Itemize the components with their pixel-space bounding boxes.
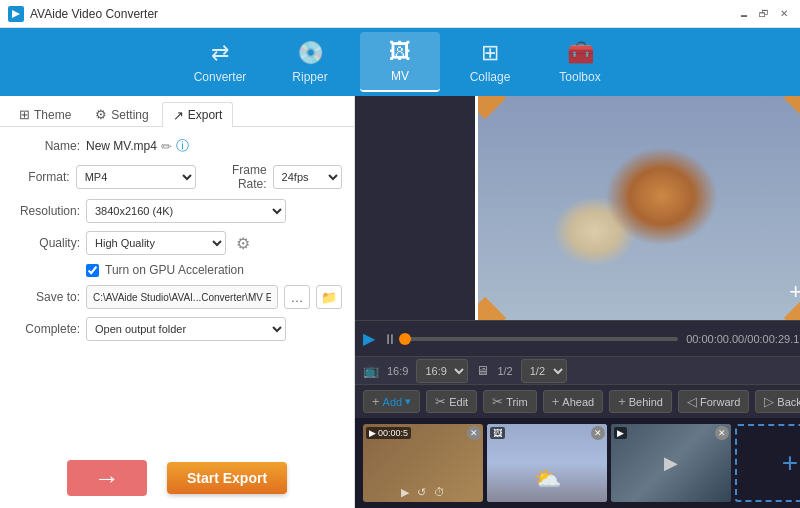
ahead-icon: +	[552, 394, 560, 409]
clip-1-timer-icon[interactable]: ⏱	[434, 486, 445, 499]
nav-tab-toolbox[interactable]: 🧰 Toolbox	[540, 32, 620, 92]
clip-1-play-icon[interactable]: ▶	[401, 486, 409, 499]
sub-tab-export[interactable]: ↗ Export	[162, 102, 234, 127]
edit-name-icon[interactable]: ✏	[161, 139, 172, 154]
start-export-left-button[interactable]: Start Export	[167, 462, 287, 494]
progress-track[interactable]	[405, 337, 678, 341]
clip-1-time: 00:00:5	[378, 428, 408, 438]
forward-button[interactable]: ◁ Forward	[678, 390, 749, 413]
close-button[interactable]: ✕	[776, 6, 792, 22]
right-panel: + ▶ ⏸ 00:00:00.00/00:00:29.17 🔊 Start Ex…	[355, 96, 800, 508]
open-folder-button[interactable]: 📁	[316, 285, 342, 309]
sub-tab-setting-label: Setting	[111, 108, 148, 122]
playback-bar: ▶ ⏸ 00:00:00.00/00:00:29.17 🔊 Start Expo…	[355, 320, 800, 356]
time-display: 00:00:00.00/00:00:29.17	[686, 333, 800, 345]
minimize-button[interactable]: 🗕	[736, 6, 752, 22]
nav-tab-converter-label: Converter	[194, 70, 247, 84]
clip-1-type-icon: ▶	[369, 428, 376, 438]
progress-thumb[interactable]	[399, 333, 411, 345]
complete-row: Complete: Open output folder	[12, 317, 342, 341]
save-row: Save to: C:\AVAide Studio\AVAI...Convert…	[12, 285, 342, 309]
clip-1-rotation-icon[interactable]: ↺	[417, 486, 426, 499]
video-image: +	[475, 96, 800, 320]
title-bar: AVAide Video Converter 🗕 🗗 ✕	[0, 0, 800, 28]
browse-more-button[interactable]: …	[284, 285, 310, 309]
nav-tab-ripper-label: Ripper	[292, 70, 327, 84]
save-path-display: C:\AVAide Studio\AVAI...Converter\MV Exp…	[86, 285, 278, 309]
format-select[interactable]: MP4	[76, 165, 196, 189]
film-clip-2[interactable]: ⛅ 🖼 ✕	[487, 424, 607, 502]
sub-tab-theme[interactable]: ⊞ Theme	[8, 102, 82, 126]
plus-icon: +	[789, 279, 800, 305]
format-row: Format: MP4 Frame Rate: 24fps	[12, 163, 342, 191]
left-panel: ⊞ Theme ⚙ Setting ↗ Export Name: New MV.…	[0, 96, 355, 508]
maximize-button[interactable]: 🗗	[756, 6, 772, 22]
behind-button[interactable]: + Behind	[609, 390, 672, 413]
name-value: New MV.mp4	[86, 139, 157, 153]
nav-tab-converter[interactable]: ⇄ Converter	[180, 32, 260, 92]
behind-label: Behind	[629, 396, 663, 408]
edit-label: Edit	[449, 396, 468, 408]
forward-label: Forward	[700, 396, 740, 408]
sub-tab-setting[interactable]: ⚙ Setting	[84, 102, 159, 126]
nav-bar: ⇄ Converter 💿 Ripper 🖼 MV ⊞ Collage 🧰 To…	[0, 28, 800, 96]
aspect-ratio-text: 16:9	[387, 365, 408, 377]
name-row: Name: New MV.mp4 ✏ ⓘ	[12, 137, 342, 155]
backward-button[interactable]: ▷ Backward	[755, 390, 800, 413]
info-icon[interactable]: ⓘ	[176, 137, 189, 155]
nav-tab-mv-label: MV	[391, 69, 409, 83]
svg-marker-0	[12, 10, 20, 18]
sub-tabs: ⊞ Theme ⚙ Setting ↗ Export	[0, 96, 354, 127]
zoom-select[interactable]: 1/2	[521, 359, 567, 383]
aspect-ratio-select[interactable]: 16:9	[416, 359, 468, 383]
resolution-select[interactable]: 3840x2160 (4K)	[86, 199, 286, 223]
clip-1-badge: ▶ 00:00:5	[366, 427, 411, 439]
clip-1-close-button[interactable]: ✕	[467, 426, 481, 440]
add-clip-button[interactable]: +	[735, 424, 800, 502]
timeline-bar: + Add ▾ ✂ Edit ✂ Trim + Ahead + Behind ◁	[355, 384, 800, 418]
film-clip-3[interactable]: ▶ ▶ ✕	[611, 424, 731, 502]
clip-2-thumbnail: ⛅	[487, 424, 607, 502]
add-dropdown-icon: ▾	[405, 395, 411, 408]
pause-button[interactable]: ⏸	[383, 331, 397, 347]
trim-label: Trim	[506, 396, 528, 408]
clip-3-close-button[interactable]: ✕	[715, 426, 729, 440]
clip-3-thumbnail: ▶	[611, 424, 731, 502]
ahead-button[interactable]: + Ahead	[543, 390, 603, 413]
monitor-icon: 📺	[363, 363, 379, 378]
quality-select[interactable]: High Quality	[86, 231, 226, 255]
ripper-icon: 💿	[297, 40, 324, 66]
sub-tab-theme-label: Theme	[34, 108, 71, 122]
zoom-text: 1/2	[497, 365, 512, 377]
nav-tab-ripper[interactable]: 💿 Ripper	[270, 32, 350, 92]
save-path-text: C:\AVAide Studio\AVAI...Converter\MV Exp…	[93, 292, 271, 303]
film-clip-1[interactable]: ▶ 00:00:5 ✕ ▶ ↺ ⏱	[363, 424, 483, 502]
backward-label: Backward	[777, 396, 800, 408]
ahead-label: Ahead	[562, 396, 594, 408]
collage-icon: ⊞	[481, 40, 499, 66]
export-tab-icon: ↗	[173, 108, 184, 123]
frame-rate-select[interactable]: 24fps	[273, 165, 342, 189]
mv-icon: 🖼	[389, 39, 411, 65]
nav-tab-collage[interactable]: ⊞ Collage	[450, 32, 530, 92]
edit-button[interactable]: ✂ Edit	[426, 390, 477, 413]
app-title: AVAide Video Converter	[30, 7, 736, 21]
gpu-row: Turn on GPU Acceleration	[12, 263, 342, 277]
add-button[interactable]: + Add ▾	[363, 390, 420, 413]
gpu-checkbox[interactable]	[86, 264, 99, 277]
play-button[interactable]: ▶	[363, 329, 375, 348]
add-label: Add	[383, 396, 403, 408]
gpu-label[interactable]: Turn on GPU Acceleration	[105, 263, 244, 277]
theme-tab-icon: ⊞	[19, 107, 30, 122]
video-frame: +	[475, 96, 800, 320]
main-content: ⊞ Theme ⚙ Setting ↗ Export Name: New MV.…	[0, 96, 800, 508]
filmstrip: ▶ 00:00:5 ✕ ▶ ↺ ⏱ ⛅ 🖼	[355, 418, 800, 508]
backward-icon: ▷	[764, 394, 774, 409]
trim-button[interactable]: ✂ Trim	[483, 390, 537, 413]
resolution-row: Resolution: 3840x2160 (4K)	[12, 199, 342, 223]
clip-2-close-button[interactable]: ✕	[591, 426, 605, 440]
toolbox-icon: 🧰	[567, 40, 594, 66]
complete-select[interactable]: Open output folder	[86, 317, 286, 341]
nav-tab-mv[interactable]: 🖼 MV	[360, 32, 440, 92]
quality-settings-button[interactable]: ⚙	[232, 232, 254, 254]
